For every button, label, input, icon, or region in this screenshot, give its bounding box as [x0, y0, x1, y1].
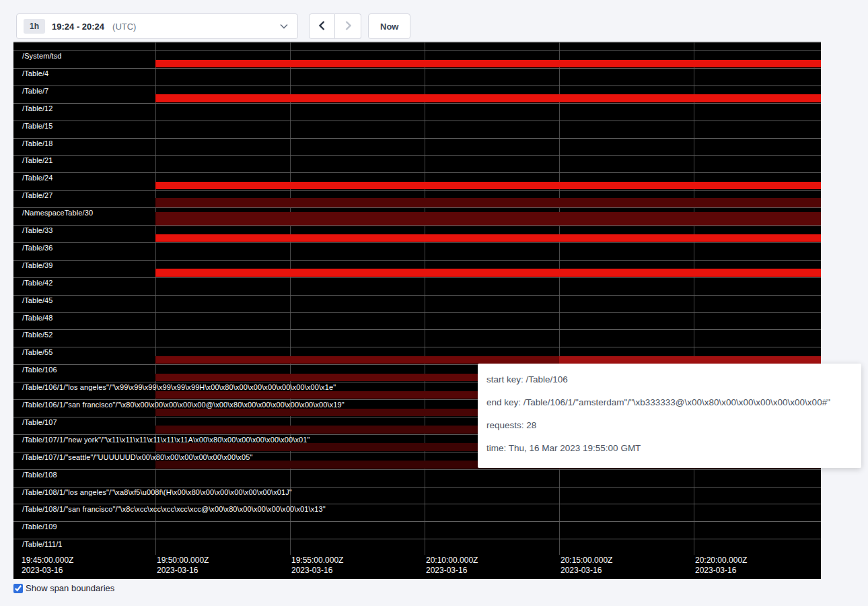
heat-band[interactable] — [155, 269, 821, 277]
next-range-button[interactable] — [335, 13, 361, 39]
time-preset-badge: 1h — [24, 19, 45, 34]
heat-band[interactable] — [155, 94, 821, 102]
chevron-right-icon — [345, 21, 351, 32]
span-boundary-line — [13, 242, 821, 243]
span-key-label: /Table/107/1/"seattle"/"UUUUUUD\x00\x80\… — [22, 453, 252, 461]
tooltip-time: time: Thu, 16 Mar 2023 19:55:00 GMT — [486, 442, 853, 455]
span-key-label: /Table/106 — [22, 366, 57, 374]
span-key-label: /NamespaceTable/30 — [22, 209, 93, 217]
span-key-label: /Table/15 — [22, 122, 53, 130]
heat-band[interactable] — [155, 60, 821, 68]
span-boundary-line — [13, 469, 821, 470]
span-key-label: /Table/45 — [22, 296, 53, 304]
span-key-label: /Table/33 — [22, 226, 53, 234]
span-key-label: /Table/111/1 — [22, 540, 63, 548]
time-axis-date: 2023-03-16 — [22, 566, 73, 576]
tooltip-start-key: start key: /Table/106 — [486, 373, 853, 386]
span-key-label: /Table/52 — [22, 331, 53, 339]
span-key-label: /Table/21 — [22, 156, 53, 164]
span-key-label: /Table/106/1/"los angeles"/"\x99\x99\x99… — [22, 383, 336, 391]
span-key-label: /System/tsd — [22, 52, 62, 60]
time-axis-time: 19:55:00.000Z — [291, 556, 343, 566]
time-axis-label: 20:15:00.000Z2023-03-16 — [560, 556, 612, 576]
span-boundary-line — [13, 521, 821, 522]
time-axis-date: 2023-03-16 — [695, 566, 747, 576]
time-axis-time: 20:10:00.000Z — [426, 556, 478, 566]
heat-band[interactable] — [155, 356, 559, 364]
span-boundary-line — [13, 103, 821, 104]
show-span-boundaries-row: Show span boundaries — [13, 583, 114, 593]
time-nav-group — [309, 13, 361, 39]
span-key-label: /Table/109 — [22, 523, 57, 531]
span-key-label: /Table/48 — [22, 314, 53, 322]
span-key-label: /Table/42 — [22, 279, 53, 287]
span-boundary-line — [13, 539, 821, 539]
tooltip-end-key: end key: /Table/106/1/"amsterdam"/"\xb33… — [486, 396, 853, 409]
heat-band[interactable] — [559, 356, 821, 364]
span-boundary-line — [13, 42, 821, 43]
span-key-label: /Table/18 — [22, 139, 53, 147]
span-key-label: /Table/7 — [22, 87, 48, 95]
time-axis-time: 20:15:00.000Z — [560, 556, 612, 566]
time-axis-time: 19:50:00.000Z — [157, 556, 209, 566]
time-axis-label: 19:55:00.000Z2023-03-16 — [291, 556, 343, 576]
time-axis-time: 19:45:00.000Z — [22, 556, 73, 566]
chevron-down-icon — [280, 24, 288, 29]
span-boundary-line — [13, 487, 821, 487]
vertical-gridline — [694, 42, 694, 555]
show-span-boundaries-checkbox[interactable] — [13, 584, 23, 593]
span-boundary-line — [13, 277, 821, 278]
vertical-gridline — [155, 42, 156, 555]
prev-range-button[interactable] — [309, 13, 335, 39]
span-key-label: /Table/107/1/"new york"/"\x11\x11\x11\x1… — [22, 436, 310, 444]
heat-band[interactable] — [155, 182, 821, 190]
span-key-label: /Table/12 — [22, 104, 53, 112]
span-boundary-line — [13, 312, 821, 313]
time-range-timezone: (UTC) — [112, 22, 136, 32]
span-key-label: /Table/55 — [22, 348, 53, 356]
span-key-label: /Table/106/1/"san francisco"/"\x80\x00\x… — [22, 401, 345, 409]
key-visualizer-page: 1h 19:24 - 20:24 (UTC) Now /System/tsd/T… — [0, 0, 868, 606]
span-boundary-line — [13, 260, 821, 261]
span-boundary-line — [13, 155, 821, 156]
span-boundary-line — [13, 295, 821, 296]
key-visualizer-canvas[interactable]: /System/tsd/Table/4/Table/7/Table/12/Tab… — [13, 42, 821, 579]
time-axis-label: 20:10:00.000Z2023-03-16 — [426, 556, 478, 576]
show-span-boundaries-label: Show span boundaries — [26, 583, 114, 593]
tooltip-requests: requests: 28 — [486, 419, 853, 432]
span-boundary-line — [13, 207, 821, 208]
hover-tooltip: start key: /Table/106 end key: /Table/10… — [478, 364, 861, 468]
time-axis-label: 19:45:00.000Z2023-03-16 — [22, 556, 73, 576]
now-button[interactable]: Now — [368, 13, 410, 39]
toolbar: 1h 19:24 - 20:24 (UTC) Now — [16, 13, 410, 39]
span-boundary-line — [13, 68, 821, 69]
span-boundary-line — [13, 86, 821, 86]
heat-band[interactable] — [155, 212, 821, 226]
span-key-label: /Table/36 — [22, 244, 53, 252]
time-range-text: 19:24 - 20:24 — [52, 22, 104, 32]
span-boundary-line — [13, 121, 821, 121]
time-axis-date: 2023-03-16 — [157, 566, 209, 576]
vertical-gridline — [290, 42, 291, 555]
time-axis-time: 20:20:00.000Z — [695, 556, 747, 566]
time-axis-label: 20:20:00.000Z2023-03-16 — [695, 556, 747, 576]
chevron-left-icon — [319, 21, 325, 32]
span-boundary-line — [13, 329, 821, 330]
span-boundary-line — [13, 50, 821, 51]
span-key-label: /Table/108 — [22, 471, 57, 479]
span-key-label: /Table/27 — [22, 191, 53, 199]
span-boundary-line — [13, 190, 821, 191]
heat-band[interactable] — [155, 234, 821, 242]
time-axis-date: 2023-03-16 — [426, 566, 478, 576]
vertical-gridline — [425, 42, 425, 555]
span-key-label: /Table/39 — [22, 261, 53, 269]
heat-band[interactable] — [155, 198, 821, 207]
span-key-label: /Table/107 — [22, 418, 57, 426]
span-boundary-line — [13, 504, 821, 504]
span-boundary-line — [13, 172, 821, 173]
span-key-label: /Table/108/1/"los angeles"/"\xa8\xf5\u00… — [22, 488, 292, 496]
span-boundary-line — [13, 138, 821, 139]
time-range-selector[interactable]: 1h 19:24 - 20:24 (UTC) — [16, 13, 298, 39]
span-key-label: /Table/4 — [22, 69, 48, 77]
time-axis-date: 2023-03-16 — [291, 566, 343, 576]
